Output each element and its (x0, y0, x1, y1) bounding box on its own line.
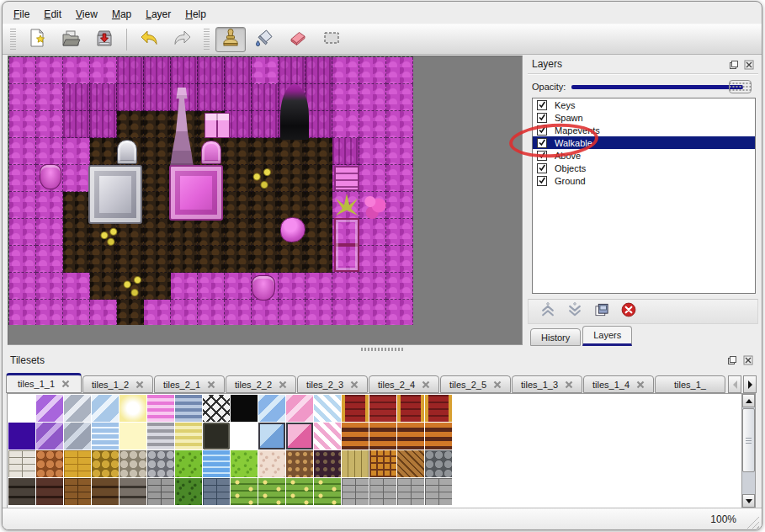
map-tile-wall-pink[interactable] (198, 300, 225, 325)
map-tile-floor-dark[interactable] (252, 192, 279, 219)
map-tile-wall-pink[interactable] (359, 57, 386, 84)
select-tool-button[interactable] (316, 27, 347, 52)
tile-glow-yellow[interactable] (120, 395, 146, 422)
map-tile-wall-pink[interactable] (359, 300, 386, 325)
tile-brick-gray-light-3[interactable] (397, 478, 424, 505)
tile-tile-gold[interactable] (64, 450, 91, 477)
tile-grass-flowers-2[interactable] (258, 478, 285, 505)
map-object-sarcophagus[interactable] (88, 165, 142, 224)
tile-stripes-brown[interactable] (342, 423, 369, 450)
tile-glass-gray[interactable] (64, 395, 91, 422)
map-tile-floor-dark[interactable] (279, 138, 305, 165)
map-tile-wall-pink[interactable] (386, 300, 413, 325)
layer-checkbox-walkable[interactable] (537, 138, 547, 148)
map-object-urn[interactable] (252, 275, 275, 301)
layer-row-keys[interactable]: Keys (533, 98, 755, 111)
map-tile-wall-pink[interactable] (90, 57, 117, 84)
map-tile-wall-pink[interactable] (332, 111, 359, 138)
map-tile-wall-pink[interactable] (63, 273, 90, 300)
map-tile-wall-pink[interactable] (279, 273, 305, 300)
map-tile-wall-pink-dark[interactable] (90, 84, 117, 111)
map-tile-wall-pink[interactable] (9, 192, 36, 219)
map-tile-floor-dark[interactable] (63, 192, 90, 219)
tileset-tab-tiles_2_4[interactable]: tiles_2_4 (369, 375, 439, 393)
layer-row-spawn[interactable]: Spawn (533, 111, 755, 124)
map-tile-floor-dark[interactable] (117, 246, 144, 273)
map-tile-wall-pink[interactable] (9, 138, 36, 165)
save-file-button[interactable] (89, 27, 120, 52)
tab-close-icon[interactable] (493, 380, 502, 389)
map-tile-wall-pink[interactable] (359, 84, 386, 111)
map-tile-wall-pink[interactable] (305, 300, 332, 325)
tileset-tab-tiles_1_1[interactable]: tiles_1_1 (6, 373, 82, 393)
layer-row-objects[interactable]: Objects (533, 162, 755, 174)
tab-close-icon[interactable] (207, 380, 215, 389)
layer-row-ground[interactable]: Ground (533, 174, 755, 187)
tilesets-panel-close-button[interactable] (742, 354, 754, 366)
map-tile-floor-dark[interactable] (117, 300, 144, 325)
toolbar-grip-2[interactable] (204, 29, 210, 51)
tile-plaque-dark[interactable] (203, 423, 230, 450)
map-tile-floor-dark[interactable] (305, 138, 332, 165)
tile-pane-blue[interactable] (258, 423, 285, 450)
layer-checkbox-spawn[interactable] (537, 113, 547, 123)
tile-basket-orange[interactable] (369, 450, 396, 477)
map-tile-wall-pink[interactable] (225, 300, 252, 325)
tileset-scrollbar[interactable] (741, 393, 756, 508)
tab-close-icon[interactable] (61, 380, 70, 388)
map-tile-floor-dark[interactable] (117, 111, 144, 138)
tileset-tab-tiles_1_3[interactable]: tiles_1_3 (512, 375, 582, 393)
map-tile-wall-pink-dark[interactable] (117, 84, 144, 111)
tile-stripes-pink[interactable] (147, 395, 174, 422)
map-tile-wall-pink[interactable] (252, 300, 279, 325)
map-tile-floor-dark[interactable] (144, 165, 171, 192)
open-file-button[interactable] (56, 27, 86, 52)
map-tile-floor-dark[interactable] (90, 246, 117, 273)
map-tile-floor-dark[interactable] (225, 246, 252, 273)
tile-stripes-brown-4[interactable] (425, 423, 452, 450)
tile-zigzag-pink[interactable] (314, 423, 341, 450)
layers-panel-close-button[interactable] (743, 59, 755, 71)
tile-hedge[interactable] (175, 478, 202, 505)
tile-planks-tan[interactable] (342, 450, 369, 477)
map-tile-wall-pink[interactable] (36, 84, 63, 111)
map-tile-floor-dark[interactable] (90, 138, 117, 165)
menu-view[interactable]: View (70, 6, 104, 23)
map-tile-wall-pink[interactable] (63, 57, 90, 84)
map-tile-wall-pink[interactable] (36, 300, 63, 325)
map-object-coral[interactable] (361, 193, 386, 219)
tilesets-panel-float-button[interactable] (726, 354, 738, 366)
map-object-cabinet[interactable] (205, 113, 230, 138)
tile-stripes-slate[interactable] (175, 395, 202, 422)
map-object-tombstone-pink[interactable] (201, 141, 221, 164)
map-tile-wall-pink-dark[interactable] (198, 84, 225, 111)
map-tile-wall-pink-dark[interactable] (171, 57, 198, 84)
scroll-up-button[interactable] (742, 394, 755, 407)
map-tile-wall-pink[interactable] (359, 219, 386, 246)
tile-wall-brown-stone[interactable] (92, 478, 119, 505)
map-tile-wall-pink[interactable] (36, 111, 63, 138)
tile-grass-flowers[interactable] (231, 478, 258, 505)
map-tile-floor-dark[interactable] (225, 138, 252, 165)
menu-map[interactable]: Map (106, 6, 137, 23)
map-object-urn[interactable] (40, 164, 61, 189)
map-tile-wall-pink[interactable] (386, 192, 413, 219)
tile-wall-dark-stone[interactable] (8, 478, 35, 505)
scrollbar-thumb[interactable] (742, 408, 755, 472)
tile-empty[interactable] (8, 395, 35, 422)
tab-close-icon[interactable] (636, 380, 645, 389)
map-tile-floor-dark[interactable] (279, 192, 305, 219)
undo-button[interactable] (134, 27, 164, 52)
tileset-tab-tiles_2_5[interactable]: tiles_2_5 (440, 375, 511, 393)
map-tile-wall-pink[interactable] (144, 300, 171, 325)
tileset-tab-tiles_2_2[interactable]: tiles_2_2 (226, 375, 296, 393)
tileset-tab-tiles_2_3[interactable]: tiles_2_3 (297, 375, 368, 393)
opacity-slider-track[interactable] (571, 85, 743, 89)
map-tile-floor-dark[interactable] (144, 192, 171, 219)
map-tile-floor-dark[interactable] (144, 138, 171, 165)
tile-stripes-yellow[interactable] (175, 423, 202, 450)
menu-edit[interactable]: Edit (38, 6, 67, 23)
map-tile-wall-pink[interactable] (36, 57, 63, 84)
map-tile-floor-dark[interactable] (305, 165, 332, 192)
map-tile-wall-pink[interactable] (63, 165, 90, 192)
